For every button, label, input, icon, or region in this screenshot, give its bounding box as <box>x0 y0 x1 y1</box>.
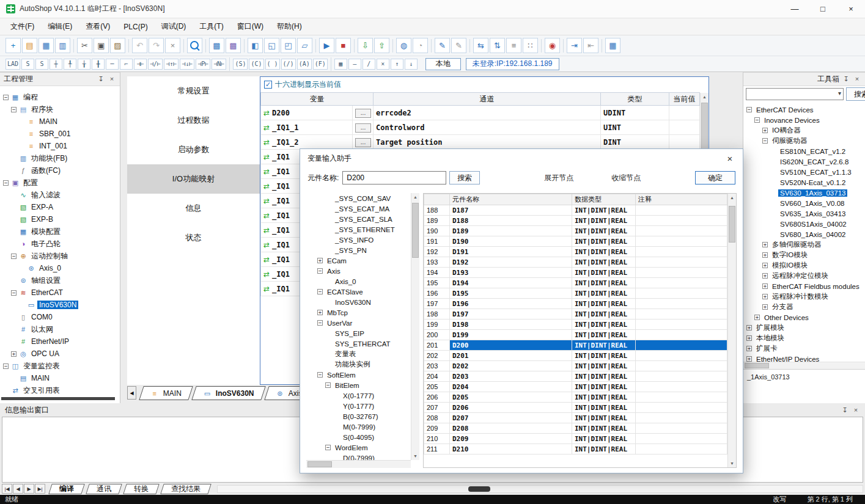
tree-item[interactable]: +本地模块 <box>743 333 865 343</box>
tree-item[interactable]: SV680_1Axis_04002 <box>743 229 865 239</box>
element-row[interactable]: 194D193INT|DINT|REAL <box>424 268 727 278</box>
page-preview-icon[interactable]: ◰ <box>281 38 296 53</box>
tree-item[interactable]: ≡SBR_001 <box>0 128 120 140</box>
tree-item[interactable]: −SoftElem <box>306 370 411 380</box>
delete-element-icon[interactable]: × <box>377 59 389 70</box>
branch-cross-icon[interactable]: ┼ <box>50 59 62 70</box>
close-icon[interactable] <box>108 75 116 83</box>
expand-toggle-icon[interactable]: + <box>762 128 768 133</box>
cut-icon[interactable]: ✂ <box>77 38 92 53</box>
coil-output-icon[interactable]: ( ) <box>265 59 280 70</box>
expand-toggle-icon[interactable]: + <box>317 258 323 263</box>
expand-toggle-icon[interactable]: + <box>746 325 752 331</box>
tree-item[interactable]: SV660_1Axis_V0.08 <box>743 198 865 208</box>
settings-tab[interactable]: I/O功能映射 <box>127 164 260 194</box>
tree-item[interactable]: ƒ函数(FC) <box>0 164 120 177</box>
download-icon[interactable]: ⇩ <box>358 38 373 53</box>
expand-toggle-icon[interactable]: + <box>762 304 768 310</box>
element-row[interactable]: 193D192INT|DINT|REAL <box>424 257 727 268</box>
menu-item[interactable]: 文件(F) <box>4 18 41 35</box>
tree-item[interactable]: ▧EXP-B <box>0 213 120 225</box>
prev-page-button[interactable]: ◀ <box>13 484 23 494</box>
menu-item[interactable]: PLC(P) <box>117 18 154 35</box>
align-horizontal-icon[interactable]: ≡ <box>506 38 521 53</box>
tree-item[interactable]: _SYS_INFO <box>306 235 411 245</box>
function-instruction-icon[interactable]: (F) <box>313 59 328 70</box>
tree-item[interactable]: SV510N_ECAT_v1.1.3 <box>743 167 865 177</box>
tree-item[interactable]: −EtherCAT Devices <box>743 104 865 115</box>
tree-item[interactable]: −ECATSlave <box>306 287 411 297</box>
logout-icon[interactable]: ⇤ <box>583 38 598 53</box>
tree-item[interactable]: ▯COM0 <box>0 311 120 323</box>
element-row[interactable]: 208D207INT|DINT|REAL <box>424 413 727 423</box>
toolbox-search-button[interactable]: 搜索 <box>846 87 865 101</box>
element-row[interactable]: 197D196INT|DINT|REAL <box>424 299 727 309</box>
data-monitor-table-icon[interactable]: ▦ <box>605 38 620 53</box>
tree-item[interactable]: #EtherNet/IP <box>0 335 120 348</box>
run-icon[interactable]: ▶ <box>319 38 334 53</box>
tree-item[interactable]: SV520N-Ecat_v0.1.2 <box>743 177 865 188</box>
element-row[interactable]: 203D202INT|DINT|REAL <box>424 361 727 371</box>
expand-toggle-icon[interactable]: + <box>762 242 768 247</box>
tree-item[interactable]: −⊕运动控制轴 <box>0 250 120 262</box>
output-tab[interactable]: 通讯 <box>86 484 122 494</box>
tree-item[interactable]: S(0-4095) <box>306 432 411 442</box>
tree-item[interactable]: −BitElem <box>306 380 411 390</box>
pin-icon[interactable] <box>842 75 850 83</box>
application-instruction-icon[interactable]: (A) <box>297 59 312 70</box>
paste-icon[interactable]: ▨ <box>110 38 125 53</box>
cascade-windows-icon[interactable]: ◱ <box>264 38 279 53</box>
coil-reset-icon[interactable]: (C) <box>249 59 263 70</box>
ok-button[interactable]: 确定 <box>695 171 735 184</box>
new-window-icon[interactable]: ◧ <box>248 38 263 53</box>
contact-p-icon[interactable]: ⊣P⊢ <box>196 59 210 70</box>
settings-tab[interactable]: 信息 <box>127 194 260 223</box>
scroll-thumb[interactable] <box>468 486 490 492</box>
collapse-toggle-icon[interactable]: − <box>317 372 323 378</box>
new-project-icon[interactable]: + <box>6 38 21 53</box>
coil-set-icon[interactable]: (S) <box>233 59 248 70</box>
last-page-button[interactable]: ▶| <box>35 484 45 494</box>
dialog-titlebar[interactable]: 变量输入助手 × <box>300 149 743 167</box>
document-tab[interactable]: ≡MAIN <box>139 386 193 400</box>
io-mapping-row[interactable]: ⇄_IQ1_1...ControlwordUINT <box>261 120 700 135</box>
dialog-close-button[interactable]: × <box>717 149 743 167</box>
element-row[interactable]: 195D194INT|DINT|REAL <box>424 278 727 288</box>
element-row[interactable]: 205D204INT|DINT|REAL <box>424 382 727 392</box>
expand-toggle-icon[interactable]: + <box>762 283 768 289</box>
login-status[interactable]: 未登录:IP:192.168.1.189 <box>466 58 559 70</box>
element-row[interactable]: 206D205INT|DINT|REAL <box>424 392 727 403</box>
coil-not-icon[interactable]: (/) <box>281 59 296 70</box>
menu-item[interactable]: 帮助(H) <box>270 18 309 35</box>
compare-icon[interactable]: ⇆ <box>473 38 488 53</box>
tree-item[interactable]: Y(0-1777) <box>306 401 411 411</box>
grid-display-icon[interactable]: ▦ <box>334 59 347 70</box>
element-row[interactable]: 207D206INT|DINT|REAL <box>424 403 727 413</box>
undo-icon[interactable]: ↶ <box>132 38 147 53</box>
upload-icon[interactable]: ⇧ <box>374 38 389 53</box>
edit-mode-icon[interactable]: ✎ <box>451 38 466 53</box>
element-row[interactable]: 188D187INT|DINT|REAL <box>424 205 727 216</box>
tree-item[interactable]: #以太网 <box>0 323 120 335</box>
collapse-toggle-icon[interactable]: − <box>754 117 760 123</box>
collapse-toggle-icon[interactable]: − <box>317 320 323 326</box>
delete-icon[interactable]: × <box>165 38 180 53</box>
tree-item[interactable]: −▣配置 <box>0 177 120 189</box>
corner-tool-icon[interactable]: ⌐ <box>120 59 133 70</box>
browse-button[interactable]: ... <box>355 109 371 118</box>
menu-item[interactable]: 窗口(W) <box>230 18 270 35</box>
tree-item[interactable]: 功能块实例 <box>306 359 411 370</box>
collapse-toggle-icon[interactable]: − <box>746 107 752 112</box>
expand-nodes-button[interactable]: 展开节点 <box>544 173 573 183</box>
element-row[interactable]: 200D199INT|DINT|REAL <box>424 330 727 340</box>
tree-item[interactable]: Axis_0 <box>306 276 411 287</box>
tree-item[interactable]: −UserVar <box>306 318 411 328</box>
expand-toggle-icon[interactable]: + <box>762 252 768 258</box>
tree-item[interactable]: +EtherCAT Fieldbus modules <box>743 281 865 291</box>
scroll-thumb[interactable] <box>701 103 708 152</box>
tree-item[interactable]: InoSV630N <box>306 297 411 307</box>
close-button[interactable]: × <box>837 0 865 18</box>
tree-item[interactable]: −▦编程 <box>0 91 120 103</box>
print-icon[interactable]: ▥ <box>55 38 70 53</box>
tree-item[interactable]: ≡MAIN <box>0 115 120 128</box>
